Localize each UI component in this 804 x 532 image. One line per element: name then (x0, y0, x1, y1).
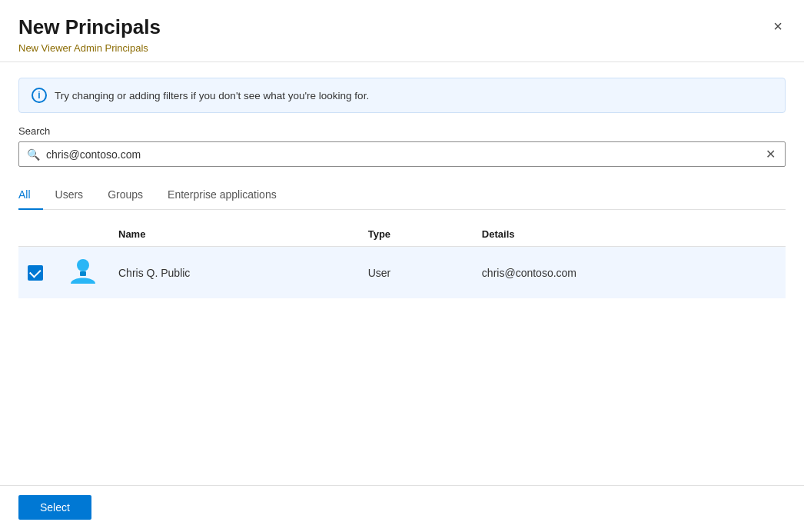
dialog-footer: Select (0, 485, 804, 532)
search-clear-button[interactable]: ✕ (764, 147, 777, 161)
col-details: Details (473, 222, 786, 247)
info-banner: i Try changing or adding filters if you … (18, 78, 786, 113)
table-row[interactable]: Chris Q. Public User chris@contoso.com (18, 247, 786, 299)
dialog-subtitle: New Viewer Admin Principals (18, 42, 161, 54)
tab-users[interactable]: Users (43, 182, 96, 210)
dialog-title: New Principals (18, 15, 161, 39)
results-table: Name Type Details (18, 222, 786, 298)
table-header-row: Name Type Details (18, 222, 786, 247)
dialog-header: New Principals New Viewer Admin Principa… (0, 0, 804, 62)
search-label: Search (18, 125, 786, 137)
title-block: New Principals New Viewer Admin Principa… (18, 15, 161, 54)
col-type: Type (359, 222, 473, 247)
svg-point-0 (77, 259, 89, 271)
tab-enterprise-applications[interactable]: Enterprise applications (155, 182, 289, 210)
col-avatar (57, 222, 109, 247)
svg-rect-1 (80, 271, 86, 276)
avatar-icon (66, 254, 100, 288)
row-type: User (359, 247, 473, 299)
close-button[interactable]: × (770, 15, 786, 37)
col-name: Name (109, 222, 359, 247)
tab-groups[interactable]: Groups (95, 182, 155, 210)
search-input-wrapper: 🔍 ✕ (18, 141, 786, 167)
dialog-container: New Principals New Viewer Admin Principa… (0, 0, 804, 532)
search-section: Search 🔍 ✕ (18, 125, 786, 167)
info-banner-text: Try changing or adding filters if you do… (55, 90, 369, 101)
checkbox-checked[interactable] (28, 265, 43, 281)
row-details: chris@contoso.com (473, 247, 786, 299)
search-icon: 🔍 (27, 148, 40, 161)
row-checkbox-cell (18, 247, 57, 299)
tabs-container: All Users Groups Enterprise applications (18, 182, 786, 210)
row-name: Chris Q. Public (109, 247, 359, 299)
dialog-body: i Try changing or adding filters if you … (0, 62, 804, 485)
search-input[interactable] (46, 148, 758, 161)
col-checkbox (18, 222, 57, 247)
row-avatar-cell (57, 247, 109, 299)
select-button[interactable]: Select (18, 495, 91, 520)
info-icon: i (32, 88, 47, 103)
tab-all[interactable]: All (18, 182, 43, 210)
